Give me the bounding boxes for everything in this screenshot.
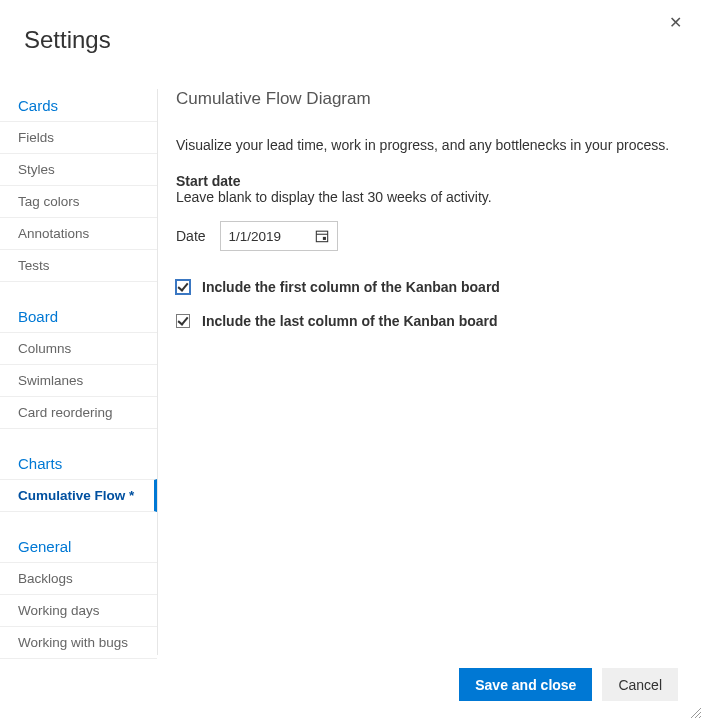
close-icon[interactable]: ✕: [669, 15, 682, 31]
start-date-hint: Leave blank to display the last 30 weeks…: [176, 189, 686, 205]
cancel-button[interactable]: Cancel: [602, 668, 678, 701]
sidebar-section-board: Board: [0, 300, 157, 333]
sidebar-section-cards: Cards: [0, 89, 157, 122]
sidebar-item-fields[interactable]: Fields: [0, 121, 157, 154]
sidebar-section-charts: Charts: [0, 447, 157, 480]
sidebar-item-annotations[interactable]: Annotations: [0, 217, 157, 250]
settings-dialog: ✕ Settings Cards Fields Styles Tag color…: [0, 0, 704, 721]
dialog-body: Cards Fields Styles Tag colors Annotatio…: [0, 54, 704, 655]
include-first-label: Include the first column of the Kanban b…: [202, 279, 500, 295]
content-description: Visualize your lead time, work in progre…: [176, 137, 686, 153]
sidebar: Cards Fields Styles Tag colors Annotatio…: [0, 89, 158, 655]
sidebar-item-working-with-bugs[interactable]: Working with bugs: [0, 626, 157, 659]
resize-grip-icon[interactable]: [689, 706, 701, 718]
include-last-row: Include the last column of the Kanban bo…: [176, 313, 686, 329]
date-input[interactable]: 1/1/2019: [220, 221, 338, 251]
date-field-label: Date: [176, 228, 206, 244]
sidebar-item-working-days[interactable]: Working days: [0, 594, 157, 627]
sidebar-item-tests[interactable]: Tests: [0, 249, 157, 282]
sidebar-item-tag-colors[interactable]: Tag colors: [0, 185, 157, 218]
sidebar-item-cumulative-flow[interactable]: Cumulative Flow *: [0, 479, 157, 512]
content-panel: Cumulative Flow Diagram Visualize your l…: [158, 89, 704, 655]
date-value: 1/1/2019: [229, 229, 282, 244]
sidebar-item-backlogs[interactable]: Backlogs: [0, 562, 157, 595]
include-last-label: Include the last column of the Kanban bo…: [202, 313, 498, 329]
date-row: Date 1/1/2019: [176, 221, 686, 251]
dialog-title: Settings: [0, 0, 704, 54]
start-date-label: Start date: [176, 173, 686, 189]
include-first-checkbox[interactable]: [176, 280, 190, 294]
sidebar-item-card-reordering[interactable]: Card reordering: [0, 396, 157, 429]
include-first-row: Include the first column of the Kanban b…: [176, 279, 686, 295]
save-and-close-button[interactable]: Save and close: [459, 668, 592, 701]
sidebar-section-general: General: [0, 530, 157, 563]
svg-rect-0: [316, 231, 327, 242]
include-last-checkbox[interactable]: [176, 314, 190, 328]
sidebar-item-swimlanes[interactable]: Swimlanes: [0, 364, 157, 397]
svg-rect-2: [322, 237, 325, 240]
sidebar-item-columns[interactable]: Columns: [0, 332, 157, 365]
sidebar-item-styles[interactable]: Styles: [0, 153, 157, 186]
svg-line-5: [699, 716, 701, 718]
calendar-icon[interactable]: [315, 229, 329, 243]
content-heading: Cumulative Flow Diagram: [176, 89, 686, 109]
dialog-footer: Save and close Cancel: [459, 668, 678, 701]
